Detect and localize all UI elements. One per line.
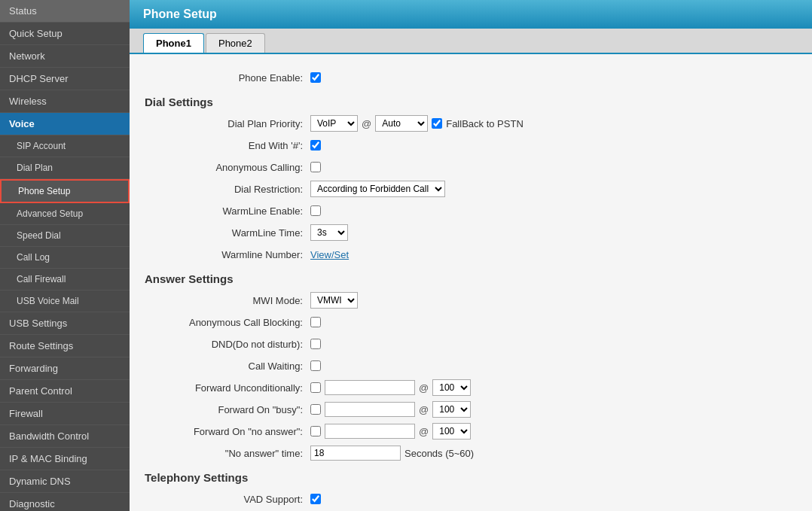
- forward-unconditionally-input[interactable]: [325, 380, 415, 395]
- forward-unconditionally-label: Forward Unconditionally:: [145, 382, 310, 394]
- dnd-row: DND(Do not disturb):: [145, 335, 797, 353]
- no-answer-time-input[interactable]: [310, 446, 401, 461]
- dial-restriction-label: Dial Restriction:: [145, 184, 310, 195]
- view-set-link[interactable]: View/Set: [310, 249, 349, 260]
- dial-plan-priority-row: Dial Plan Priority: VoIP PSTN @ Auto Man…: [145, 114, 797, 132]
- sidebar-item-call-firewall[interactable]: Call Firewall: [0, 269, 130, 290]
- at-label-4: @: [419, 426, 429, 437]
- at-label-1: @: [362, 118, 371, 129]
- sidebar-item-network[interactable]: Network: [0, 45, 130, 68]
- anonymous-calling-control: [310, 162, 321, 172]
- sidebar-item-bandwidth-control[interactable]: Bandwidth Control: [0, 425, 130, 448]
- sidebar-item-sip-account[interactable]: SIP Account: [0, 135, 130, 157]
- warmline-enable-control: [310, 205, 321, 216]
- dial-restriction-row: Dial Restriction: According to Forbidden…: [145, 180, 797, 198]
- anonymous-calling-checkbox[interactable]: [310, 162, 321, 172]
- sidebar-item-wireless[interactable]: Wireless: [0, 90, 130, 113]
- forward-busy-select[interactable]: 100 200: [432, 401, 471, 418]
- dial-restriction-control: According to Forbidden Call None: [310, 181, 445, 197]
- warmline-time-row: WarmLine Time: 3s 5s 10s: [145, 224, 797, 242]
- no-answer-time-label: "No answer" time:: [145, 448, 310, 459]
- form-content: Phone Enable: Dial Settings Dial Plan Pr…: [130, 54, 812, 511]
- sidebar-item-voice[interactable]: Voice: [0, 113, 130, 135]
- sidebar-item-dhcp-server[interactable]: DHCP Server: [0, 68, 130, 90]
- sidebar-item-ip-mac-binding[interactable]: IP & MAC Binding: [0, 448, 130, 470]
- sidebar-item-firewall[interactable]: Firewall: [0, 403, 130, 425]
- auto-select[interactable]: Auto Manual: [375, 115, 428, 132]
- anon-call-blocking-checkbox[interactable]: [310, 317, 321, 327]
- no-answer-time-control: Seconds (5~60): [310, 446, 474, 461]
- forward-unconditionally-row: Forward Unconditionally: @ 100 200: [145, 379, 797, 397]
- warmline-enable-label: WarmLine Enable:: [145, 205, 310, 217]
- warmline-number-label: Warmline Number:: [145, 249, 310, 260]
- dial-plan-priority-label: Dial Plan Priority:: [145, 118, 310, 129]
- sidebar-item-route-settings[interactable]: Route Settings: [0, 335, 130, 357]
- call-waiting-control: [310, 360, 321, 371]
- end-with-hash-checkbox[interactable]: [310, 140, 321, 151]
- tabs-bar: Phone1 Phone2: [130, 29, 812, 54]
- end-with-hash-row: End With '#':: [145, 136, 797, 154]
- sidebar-item-quick-setup[interactable]: Quick Setup: [0, 23, 130, 45]
- call-waiting-row: Call Waiting:: [145, 357, 797, 375]
- sidebar-item-usb-voice-mail[interactable]: USB Voice Mail: [0, 290, 130, 312]
- anon-call-blocking-row: Anonymous Call Blocking:: [145, 313, 797, 331]
- sidebar-item-status[interactable]: Status: [0, 0, 130, 23]
- warmline-time-control: 3s 5s 10s: [310, 224, 348, 241]
- forward-unconditionally-checkbox[interactable]: [310, 382, 321, 393]
- anonymous-calling-row: Anonymous Calling:: [145, 158, 797, 176]
- sidebar-item-dial-plan[interactable]: Dial Plan: [0, 157, 130, 179]
- sidebar-item-dynamic-dns[interactable]: Dynamic DNS: [0, 470, 130, 493]
- warmline-time-select[interactable]: 3s 5s 10s: [310, 224, 348, 241]
- seconds-label: Seconds (5~60): [404, 448, 474, 459]
- forward-busy-checkbox[interactable]: [310, 404, 321, 415]
- call-waiting-label: Call Waiting:: [145, 360, 310, 372]
- fallback-pstn-checkbox[interactable]: [432, 118, 442, 129]
- vad-support-label: VAD Support:: [145, 494, 310, 505]
- forward-no-answer-select[interactable]: 100 200: [432, 423, 471, 440]
- forward-no-answer-label: Forward On "no answer":: [145, 426, 310, 437]
- sidebar-item-parent-control[interactable]: Parent Control: [0, 380, 130, 403]
- phone-enable-checkbox[interactable]: [310, 72, 321, 83]
- main-content: Phone Setup Phone1 Phone2 Phone Enable: …: [130, 0, 812, 511]
- sidebar-item-advanced-setup[interactable]: Advanced Setup: [0, 203, 130, 225]
- sidebar-item-forwarding[interactable]: Forwarding: [0, 357, 130, 380]
- dnd-label: DND(Do not disturb):: [145, 339, 310, 350]
- fallback-label: FallBack to PSTN: [446, 118, 524, 129]
- warmline-enable-checkbox[interactable]: [310, 205, 321, 216]
- forward-no-answer-row: Forward On "no answer": @ 100 200: [145, 422, 797, 440]
- tab-phone1[interactable]: Phone1: [143, 33, 204, 53]
- end-with-hash-control: [310, 140, 321, 151]
- warmline-time-label: WarmLine Time:: [145, 227, 310, 239]
- mwi-mode-label: MWI Mode:: [145, 295, 310, 306]
- sidebar-item-usb-settings[interactable]: USB Settings: [0, 312, 130, 335]
- vad-support-checkbox[interactable]: [310, 494, 321, 504]
- dial-settings-title: Dial Settings: [145, 96, 797, 108]
- warmline-number-row: Warmline Number: View/Set: [145, 245, 797, 263]
- phone-enable-control: [310, 72, 321, 83]
- forward-busy-input[interactable]: [325, 402, 415, 417]
- phone-enable-label: Phone Enable:: [145, 72, 310, 84]
- sidebar-item-phone-setup[interactable]: Phone Setup: [0, 179, 130, 203]
- sidebar-item-speed-dial[interactable]: Speed Dial: [0, 225, 130, 247]
- forward-busy-control: @ 100 200: [310, 401, 471, 418]
- sidebar: Status Quick Setup Network DHCP Server W…: [0, 0, 130, 511]
- forward-unconditionally-select[interactable]: 100 200: [432, 379, 471, 396]
- answer-settings-title: Answer Settings: [145, 272, 797, 285]
- vad-support-row: VAD Support:: [145, 490, 797, 508]
- sidebar-item-diagnostic[interactable]: Diagnostic: [0, 493, 130, 511]
- forward-no-answer-checkbox[interactable]: [310, 426, 321, 436]
- page-title: Phone Setup: [143, 8, 217, 20]
- mwi-mode-select[interactable]: VMWI MWI: [310, 292, 358, 309]
- no-answer-time-row: "No answer" time: Seconds (5~60): [145, 444, 797, 462]
- forward-no-answer-input[interactable]: [325, 424, 415, 439]
- dial-plan-priority-select[interactable]: VoIP PSTN: [310, 115, 358, 132]
- sidebar-item-call-log[interactable]: Call Log: [0, 247, 130, 269]
- anon-call-blocking-control: [310, 317, 321, 327]
- call-waiting-checkbox[interactable]: [310, 360, 321, 371]
- forward-no-answer-control: @ 100 200: [310, 423, 471, 440]
- dnd-checkbox[interactable]: [310, 339, 321, 349]
- tab-phone2[interactable]: Phone2: [206, 33, 265, 53]
- forward-busy-label: Forward On "busy":: [145, 404, 310, 415]
- anonymous-calling-label: Anonymous Calling:: [145, 162, 310, 173]
- dial-restriction-select[interactable]: According to Forbidden Call None: [310, 181, 445, 197]
